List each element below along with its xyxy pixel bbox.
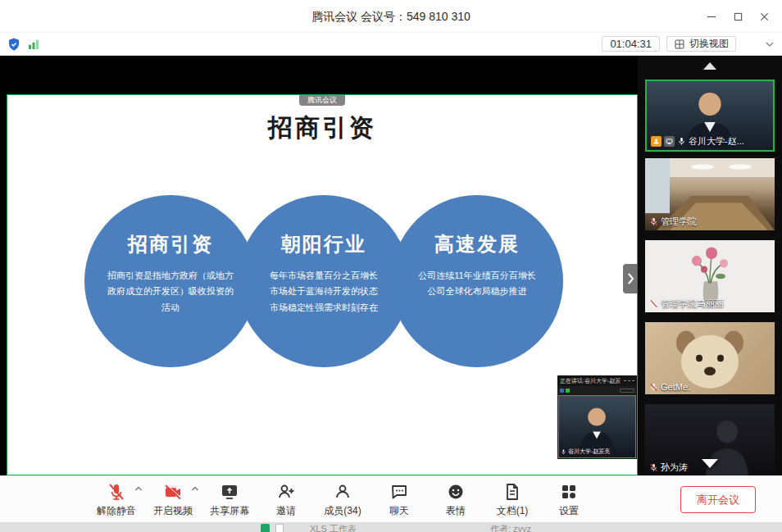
maximize-icon — [734, 12, 743, 21]
settings-grid-icon — [559, 482, 580, 502]
leave-meeting-button[interactable]: 离开会议 — [680, 486, 756, 513]
collapse-topbar-button[interactable] — [764, 39, 775, 50]
scroll-up-button[interactable] — [638, 62, 782, 74]
close-button[interactable] — [751, 0, 777, 33]
network-security-icon[interactable] — [7, 37, 21, 52]
share-screen-button[interactable]: 共享屏幕 — [210, 482, 249, 518]
minimize-button[interactable] — [698, 0, 725, 33]
pip-window-controls — [624, 380, 634, 382]
participants-sidebar: 谷川大学-赵... 管理学院 — [638, 56, 782, 475]
info-circle-investment: 招商引资 招商引资是指地方政府（或地方政府成立的开发区）吸收投资的活动 — [84, 195, 257, 367]
circle-body: 招商引资是指地方政府（或地方政府成立的开发区）吸收投资的活动 — [84, 268, 257, 316]
microphone-muted-icon — [649, 217, 658, 226]
pip-timer-box — [620, 389, 634, 393]
excel-file-icon — [261, 524, 270, 532]
pip-participant-name: 谷川大学-赵景亮 — [568, 448, 610, 456]
background-window-strip: XLS 工作表 作者: zyyz — [0, 522, 782, 532]
file-type-text: XLS 工作表 — [310, 522, 357, 532]
maximize-button[interactable] — [725, 0, 751, 33]
emoji-button[interactable]: 表情 — [436, 482, 475, 518]
chevron-right-icon — [626, 272, 634, 285]
shared-slide: 腾讯会议 招商引资 招商引资 招商引资是指地方政府（或地方政府成立的开发区）吸收… — [7, 94, 638, 475]
triangle-down-icon — [702, 459, 718, 468]
chevron-up-icon — [191, 485, 199, 492]
microphone-muted-icon — [107, 482, 127, 502]
participant-name: 管理学院 — [661, 216, 697, 228]
chevron-down-icon — [764, 39, 775, 50]
pip-name-label-row: 谷川大学-赵景亮 — [561, 448, 610, 456]
screen-share-stage: 腾讯会议 招商引资 招商引资 招商引资是指地方政府（或地方政府成立的开发区）吸收… — [0, 56, 638, 475]
host-badge-icon — [651, 136, 662, 147]
meeting-timer: 01:04:31 — [602, 36, 660, 52]
window-controls — [698, 0, 777, 33]
slide-title: 招商引资 — [7, 111, 637, 145]
participant-tile[interactable]: 管理学院马丽丽 — [645, 240, 775, 312]
docs-button[interactable]: 文档(1) — [493, 482, 532, 518]
circle-body: 公司连续11年业绩百分百增长 公司全球化布局稳步推进 — [391, 268, 563, 300]
chat-icon — [389, 482, 410, 502]
settings-button[interactable]: 设置 — [549, 482, 589, 518]
floating-meeting-window[interactable]: 正在讲话:谷川大学-赵景亮 谷川大学-赵景亮 — [557, 375, 637, 459]
participant-tile[interactable]: 管理学院 — [645, 158, 775, 230]
triangle-up-icon — [703, 62, 716, 70]
window-title: 腾讯会议 会议号：549 810 310 — [0, 0, 782, 33]
scroll-down-button[interactable] — [638, 459, 782, 472]
pip-security-icon — [560, 389, 564, 393]
signal-strength-icon[interactable] — [26, 37, 41, 52]
members-label: 成员(34) — [324, 504, 361, 518]
microphone-muted-icon — [649, 383, 658, 392]
chevron-up-icon — [134, 485, 143, 492]
participant-name: 管理学院马丽丽 — [661, 298, 724, 310]
unmute-button[interactable]: 解除静音 — [97, 482, 136, 518]
participant-label-row: 管理学院 — [649, 216, 697, 228]
participant-label-row: 管理学院马丽丽 — [649, 298, 724, 310]
pip-speaking-banner: 正在讲话:谷川大学-赵景亮 — [560, 377, 621, 385]
info-circle-industry: 朝阳行业 每年市场容量百分之百增长 市场处于蓝海待开发的状态 市场稳定性强需求时… — [238, 195, 410, 367]
camera-muted-icon — [163, 482, 184, 502]
start-video-label: 开启视频 — [153, 504, 193, 518]
unmute-label: 解除静音 — [97, 504, 136, 518]
invite-icon — [276, 482, 297, 502]
members-button[interactable]: 成员(34) — [323, 482, 362, 518]
pip-titlebar: 正在讲话:谷川大学-赵景亮 — [557, 375, 637, 386]
microphone-icon — [677, 137, 686, 146]
start-video-button[interactable]: 开启视频 — [153, 482, 193, 518]
toolbar-items: 解除静音 开启视频 共享屏幕 — [97, 476, 589, 523]
tencent-meeting-window: 腾讯会议 会议号：549 810 310 01:04:31 切换视图 — [0, 0, 782, 532]
window-titlebar: 腾讯会议 会议号：549 810 310 — [0, 0, 782, 33]
microphone-icon — [561, 449, 566, 455]
share-screen-icon — [220, 482, 240, 502]
circle-heading: 朝阳行业 — [238, 231, 410, 257]
layout-grid-icon — [674, 39, 685, 50]
share-screen-label: 共享屏幕 — [210, 504, 249, 518]
chat-label: 聊天 — [389, 504, 409, 518]
collapse-sidebar-button[interactable] — [623, 264, 638, 293]
circle-body: 每年市场容量百分之百增长 市场处于蓝海待开发的状态 市场稳定性强需求时刻存在 — [238, 268, 410, 316]
participant-tile-speaker[interactable]: 谷川大学-赵... — [645, 80, 775, 152]
emoji-icon — [446, 482, 466, 502]
settings-label: 设置 — [559, 504, 579, 518]
pip-video-tile: 谷川大学-赵景亮 — [558, 395, 636, 458]
switch-view-button[interactable]: 切换视图 — [666, 36, 736, 52]
docs-label: 文档(1) — [497, 504, 529, 518]
circle-heading: 招商引资 — [84, 231, 257, 257]
meeting-watermark-tag: 腾讯会议 — [299, 95, 345, 106]
emoji-label: 表情 — [446, 504, 466, 518]
microphone-muted-icon — [649, 299, 658, 308]
chat-button[interactable]: 聊天 — [380, 482, 419, 518]
close-icon — [760, 12, 769, 21]
participant-name: GetMe. — [661, 382, 690, 392]
invite-button[interactable]: 邀请 — [266, 482, 306, 518]
participant-tile[interactable]: GetMe. — [645, 322, 775, 394]
members-icon — [333, 482, 353, 502]
meeting-topbar: 01:04:31 切换视图 — [0, 33, 782, 56]
file-author-text: 作者: zyyz — [490, 522, 531, 532]
pip-signal-icon — [566, 389, 570, 393]
video-options-button[interactable] — [191, 485, 199, 492]
info-circle-growth: 高速发展 公司连续11年业绩百分百增长 公司全球化布局稳步推进 — [391, 195, 563, 367]
audio-options-button[interactable] — [134, 485, 143, 492]
participant-name: 谷川大学-赵... — [689, 135, 744, 148]
sheet-file-icon — [275, 524, 284, 532]
meeting-toolbar: 解除静音 开启视频 共享屏幕 — [0, 475, 782, 522]
circle-heading: 高速发展 — [391, 231, 563, 257]
